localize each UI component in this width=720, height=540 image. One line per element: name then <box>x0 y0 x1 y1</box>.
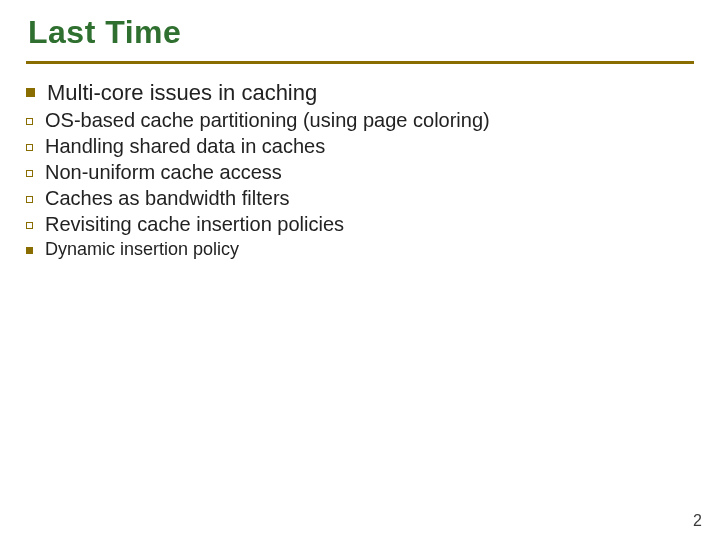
list-item-label: Revisiting cache insertion policies <box>45 213 344 236</box>
square-bullet-icon <box>26 88 35 97</box>
body-heading: Multi-core issues in caching <box>47 80 317 106</box>
list-item: Dynamic insertion policy <box>26 239 694 260</box>
list-item: Revisiting cache insertion policies <box>26 213 694 236</box>
list-item: Non-uniform cache access <box>26 161 694 184</box>
list-item: Handling shared data in caches <box>26 135 694 158</box>
hollow-square-bullet-icon <box>26 144 33 151</box>
list-item-label: Dynamic insertion policy <box>45 239 239 260</box>
list-item-label: OS-based cache partitioning (using page … <box>45 109 490 132</box>
hollow-square-bullet-icon <box>26 222 33 229</box>
small-square-bullet-icon <box>26 247 33 254</box>
slide-title: Last Time <box>28 14 694 51</box>
list-item: Caches as bandwidth filters <box>26 187 694 210</box>
list-item-label: Handling shared data in caches <box>45 135 325 158</box>
hollow-square-bullet-icon <box>26 196 33 203</box>
list-item-label: Non-uniform cache access <box>45 161 282 184</box>
list-item: Multi-core issues in caching <box>26 80 694 106</box>
hollow-square-bullet-icon <box>26 118 33 125</box>
page-number: 2 <box>693 512 702 530</box>
list-item: OS-based cache partitioning (using page … <box>26 109 694 132</box>
hollow-square-bullet-icon <box>26 170 33 177</box>
title-underline <box>26 61 694 64</box>
slide: Last Time Multi-core issues in caching O… <box>0 0 720 540</box>
list-item-label: Caches as bandwidth filters <box>45 187 290 210</box>
